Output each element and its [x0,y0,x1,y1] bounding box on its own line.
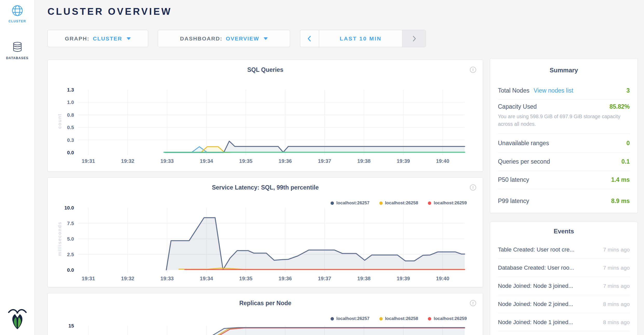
svg-text:19:33: 19:33 [160,158,174,164]
svg-text:19:40: 19:40 [436,158,449,164]
summary-row-p99-latency: P99 latency 8.9 ms [498,189,630,213]
database-icon [12,41,23,53]
summary-row-unavailable-ranges: Unavailable ranges 0 [498,134,630,153]
svg-text:19:31: 19:31 [82,158,95,164]
legend-item[interactable]: localhost:26259 [428,200,467,206]
sidebar-item-cluster[interactable]: CLUSTER [0,5,35,23]
info-icon[interactable] [470,67,476,73]
sidebar-item-label: CLUSTER [0,19,35,23]
svg-text:0.8: 0.8 [67,112,74,118]
svg-text:0.5: 0.5 [67,125,74,130]
graph-dropdown[interactable]: GRAPH: CLUSTER [47,30,148,47]
p99-latency-value: 8.9 ms [611,198,630,205]
summary-row-p50-latency: P50 latency 1.4 ms [498,171,630,189]
chart-canvas: 19:3119:3219:3319:3419:3519:3619:3719:38… [48,178,483,288]
svg-text:19:35: 19:35 [239,276,252,281]
event-text: Database Created: User roo... [498,264,574,271]
time-prev-button[interactable] [300,30,319,47]
svg-text:19:38: 19:38 [357,276,371,281]
capacity-used-value: 85.82% [609,103,630,110]
legend-label: localhost:26259 [434,316,467,321]
svg-text:19:34: 19:34 [200,158,213,164]
event-row[interactable]: Node Joined: Node 1 joined... 8 mins ago [498,313,630,331]
chart-legend: localhost:26257localhost:26258localhost:… [331,316,467,321]
chevron-right-icon [412,35,417,42]
svg-text:19:39: 19:39 [397,158,410,164]
globe-icon [11,5,23,17]
legend-dot-icon [379,201,383,205]
summary-row-capacity: Capacity Used 85.82% You are using 598.9… [498,100,630,134]
svg-text:19:33: 19:33 [160,276,174,281]
p50-latency-label: P50 latency [498,176,529,183]
sidebar-item-databases[interactable]: DATABASES [0,41,35,60]
event-time: 8 mins ago [603,301,630,307]
chevron-down-icon [127,37,131,40]
view-nodes-list-link[interactable]: View nodes list [533,87,573,94]
chart-canvas: 19:3119:3219:3319:3419:3519:3619:3719:38… [48,60,483,172]
legend-label: localhost:26257 [336,200,369,206]
service-latency-chart-card: Service Latency: SQL, 99th percentile lo… [47,177,483,287]
page-title: CLUSTER OVERVIEW [47,6,172,17]
unavailable-ranges-value: 0 [626,140,630,147]
svg-text:19:40: 19:40 [436,276,449,281]
legend-item[interactable]: localhost:26259 [428,316,467,321]
legend-item[interactable]: localhost:26258 [379,316,418,321]
svg-text:1.0: 1.0 [67,100,74,105]
sidebar: CLUSTER DATABASES [0,0,35,335]
event-time: 7 mins ago [603,283,630,289]
svg-text:19:36: 19:36 [279,276,292,281]
svg-text:19:31: 19:31 [82,276,95,281]
event-row[interactable]: Node Joined: Node 3 joined... 7 mins ago [498,277,630,295]
svg-text:19:36: 19:36 [279,158,292,164]
total-nodes-value: 3 [626,87,630,94]
time-next-button[interactable] [402,30,426,47]
event-text: Node Joined: Node 2 joined... [498,301,573,308]
event-time: 7 mins ago [603,265,630,271]
event-time: 7 mins ago [603,247,630,253]
svg-text:19:35: 19:35 [239,158,252,164]
legend-dot-icon [331,201,334,205]
events-panel: Events Table Created: User root cre... 7… [490,222,638,335]
legend-label: localhost:26258 [385,316,418,321]
summary-row-total-nodes: Total Nodes View nodes list 3 [498,82,630,100]
svg-text:7.5: 7.5 [67,221,74,226]
event-row[interactable]: Node Joined: Node 2 joined... 8 mins ago [498,295,630,313]
legend-label: localhost:26257 [336,316,369,321]
legend-item[interactable]: localhost:26258 [379,200,418,206]
svg-text:19:32: 19:32 [121,276,134,281]
svg-text:19:32: 19:32 [121,158,134,164]
event-text: Table Created: User root cre... [498,246,574,253]
sidebar-item-label: DATABASES [0,56,35,60]
legend-item[interactable]: localhost:26257 [331,200,369,206]
capacity-used-label: Capacity Used [498,103,537,110]
event-time: 8 mins ago [603,319,630,325]
p50-latency-value: 1.4 ms [611,176,630,183]
event-row[interactable]: Table Created: User root cre... 7 mins a… [498,241,630,259]
chevron-down-icon [264,37,268,40]
chevron-left-icon [307,35,312,42]
info-icon[interactable] [470,184,476,191]
legend-label: localhost:26259 [434,200,467,206]
svg-text:19:38: 19:38 [357,158,371,164]
events-title: Events [554,228,574,235]
graph-dropdown-label: GRAPH: [65,36,90,42]
svg-text:15: 15 [68,323,74,329]
svg-text:5.0: 5.0 [67,236,74,242]
svg-text:0.3: 0.3 [67,137,74,143]
info-icon[interactable] [470,300,476,306]
svg-text:0.0: 0.0 [67,150,74,155]
dashboard-dropdown[interactable]: DASHBOARD: OVERVIEW [158,30,290,47]
p99-latency-label: P99 latency [498,198,529,205]
svg-text:19:37: 19:37 [318,158,331,164]
summary-panel: Summary Total Nodes View nodes list 3 Ca… [490,58,638,213]
event-row[interactable]: Database Created: User roo... 7 mins ago [498,259,630,277]
cockroachdb-logo [6,306,28,332]
dashboard-dropdown-label: DASHBOARD: [180,36,223,42]
legend-dot-icon [428,317,431,320]
svg-text:milliseconds: milliseconds [57,221,62,256]
graph-dropdown-value: CLUSTER [93,36,122,42]
svg-text:1.3: 1.3 [67,87,74,93]
cockroach-icon [6,306,28,331]
time-range-button[interactable]: LAST 10 MIN [319,30,402,47]
legend-item[interactable]: localhost:26257 [331,316,369,321]
